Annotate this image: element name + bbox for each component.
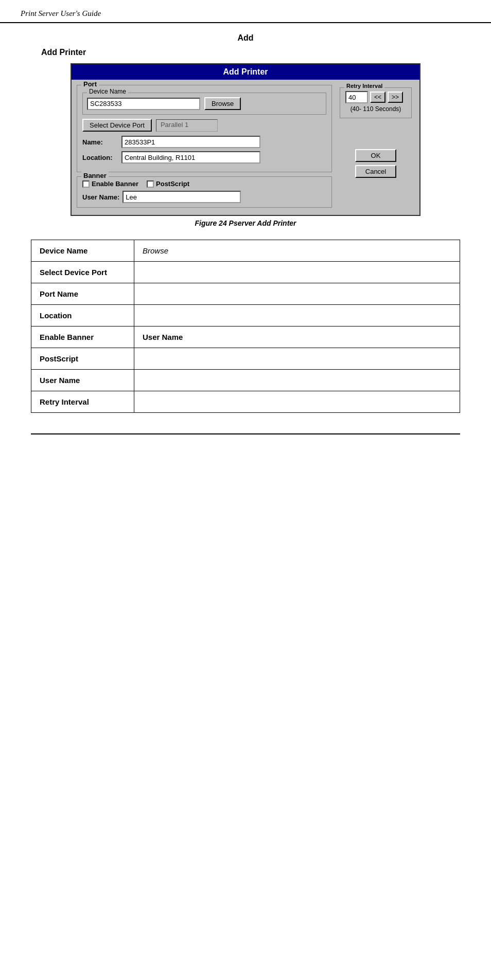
table-row: Location [31,305,460,326]
username-row: User Name: [82,191,326,203]
table-row: Device Name Browse [31,240,460,262]
retry-interval-group: Retry Interval << >> (40- 110 Seconds) [340,87,412,118]
dialog-title: Add Printer [72,64,419,80]
device-name-input[interactable] [87,98,200,110]
table-row: User Name [31,370,460,391]
header-title: Print Server User's Guide [21,9,101,17]
table-cell-label: User Name [31,370,134,391]
table-cell-value [134,391,460,413]
table-row: Retry Interval [31,391,460,413]
table-cell-value [134,262,460,283]
table-cell-value [134,370,460,391]
table-cell-label: PostScript [31,348,134,370]
enable-banner-label[interactable]: Enable Banner [82,180,138,188]
table-cell-label: Select Device Port [31,262,134,283]
page-header: Print Server User's Guide [0,0,491,23]
retry-value-input[interactable] [345,91,368,103]
section-main-title: Add [31,33,460,43]
table-row: Select Device Port [31,262,460,283]
table-cell-value [134,348,460,370]
retry-group-label: Retry Interval [344,83,384,89]
section-sub-title: Add Printer [41,48,460,57]
retry-dec-button[interactable]: << [370,92,385,103]
dialog-left-panel: Port Device Name Browse Select Device Po… [77,85,332,210]
browse-button[interactable]: Browse [204,97,241,110]
select-device-port-button[interactable]: Select Device Port [82,119,152,132]
table-cell-label: Enable Banner [31,326,134,348]
table-cell-label: Retry Interval [31,391,134,413]
table-cell-label: Device Name [31,240,134,262]
select-device-port-row: Select Device Port Parallel 1 [82,119,326,132]
page-footer [31,433,460,437]
name-field-row: Name: [82,136,326,148]
table-cell-label: Location [31,305,134,326]
name-input[interactable] [121,136,260,148]
banner-checkboxes-row: Enable Banner PostScript [82,180,326,188]
location-input[interactable] [121,151,260,164]
retry-controls-row: << >> [345,91,406,103]
location-field-row: Location: [82,151,326,164]
username-label: User Name: [82,193,119,201]
device-name-label: Device Name [87,88,128,95]
name-label: Name: [82,138,118,146]
retry-inc-button[interactable]: >> [388,92,403,103]
table-cell-value [134,283,460,305]
postscript-checkbox[interactable] [147,180,154,188]
table-cell-value: User Name [134,326,460,348]
port-display: Parallel 1 [156,119,218,132]
enable-banner-text: Enable Banner [92,180,138,188]
dialog-body: Port Device Name Browse Select Device Po… [72,80,419,215]
table-cell-value [134,305,460,326]
info-table: Device Name Browse Select Device Port Po… [31,240,460,413]
table-row: PostScript [31,348,460,370]
banner-group-label: Banner [81,172,109,179]
add-printer-dialog: Add Printer Port Device Name Browse [71,63,420,216]
table-row: Enable Banner User Name [31,326,460,348]
device-name-row: Browse [87,97,322,110]
enable-banner-checkbox[interactable] [82,180,90,188]
port-group: Port Device Name Browse Select Device Po… [77,85,332,172]
device-name-group: Device Name Browse [82,93,326,115]
ok-cancel-area: OK Cancel [355,149,396,178]
username-input[interactable] [122,191,241,203]
table-row: Port Name [31,283,460,305]
ok-button[interactable]: OK [355,149,396,162]
table-cell-value: Browse [134,240,460,262]
dialog-right-panel: Retry Interval << >> (40- 110 Seconds) O… [337,85,414,210]
cancel-button[interactable]: Cancel [355,165,396,178]
page-content: Add Add Printer Add Printer Port Device … [0,23,491,457]
figure-caption: Figure 24 Pserver Add Printer [31,219,460,227]
retry-range-label: (40- 110 Seconds) [345,105,406,113]
table-cell-label: Port Name [31,283,134,305]
postscript-text: PostScript [156,180,189,188]
postscript-label[interactable]: PostScript [147,180,189,188]
banner-group: Banner Enable Banner PostScript User Nam… [77,176,332,208]
location-label: Location: [82,154,118,161]
port-group-label: Port [81,80,99,88]
